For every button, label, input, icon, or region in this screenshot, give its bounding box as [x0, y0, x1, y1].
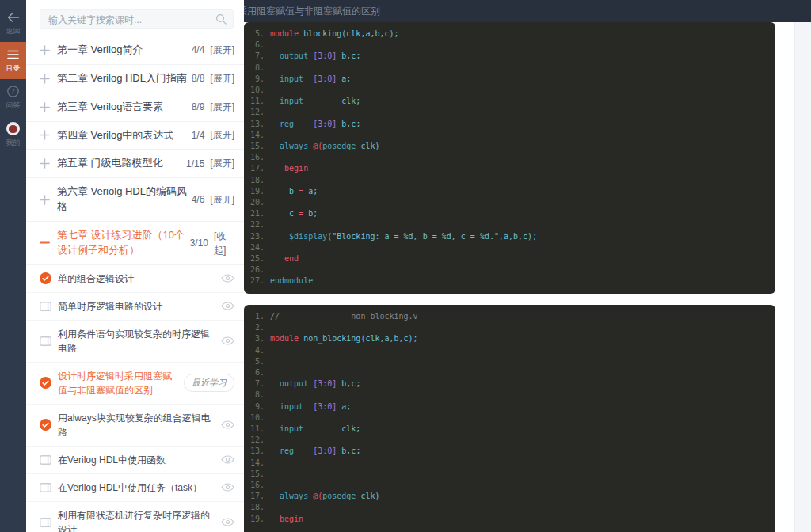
chapter-title: 第七章 设计练习进阶（10个设计例子和分析）: [57, 222, 190, 264]
eye-icon: [221, 483, 234, 492]
preview-eye-button[interactable]: [221, 302, 234, 310]
code-line: 21. c = b;: [244, 208, 775, 219]
chapter-toggle[interactable]: [展开]: [210, 44, 234, 57]
lesson-title: 单的组合逻辑设计: [58, 265, 221, 292]
chapter-row[interactable]: 第四章 Verilog中的表达式1/4[展开]: [26, 122, 244, 150]
line-number: 16.: [244, 152, 265, 163]
line-number: 24.: [244, 242, 265, 253]
code-card-blocking: 5.module blocking(clk,a,b,c);6.7. output…: [244, 22, 775, 294]
code-text: [265, 264, 270, 276]
search-input[interactable]: [40, 10, 234, 29]
lesson-title: 简单时序逻辑电路的设计: [58, 293, 221, 320]
rail-item-qa[interactable]: ?问答: [0, 79, 26, 116]
line-number: 11.: [244, 96, 265, 107]
chapter-row[interactable]: 第七章 设计练习进阶（10个设计例子和分析）3/10[收起]: [26, 222, 244, 265]
video-icon: [40, 455, 51, 465]
line-number: 12.: [244, 435, 265, 446]
lesson-row[interactable]: 在Verilog HDL中使用任务（task）: [26, 474, 244, 502]
lesson-row[interactable]: 在Verilog HDL中使用函数: [26, 446, 244, 474]
chapter-row[interactable]: 第五章 门级电路模型化1/15[展开]: [26, 150, 244, 178]
preview-eye-button[interactable]: [221, 336, 234, 345]
rail-item-catalog[interactable]: 目录: [0, 42, 26, 79]
line-number: 13.: [244, 119, 265, 130]
eye-icon: [221, 518, 234, 526]
line-number: 12.: [244, 107, 265, 118]
chapter-title: 第五章 门级电路模型化: [57, 150, 186, 177]
check-icon: [40, 419, 51, 431]
code-line: 9. input [3:0] a;: [244, 401, 775, 412]
line-number: 1.: [244, 311, 265, 322]
chapter-toggle[interactable]: [展开]: [210, 193, 234, 207]
code-line: 7. output [3:0] b,c;: [244, 378, 775, 390]
lesson-row[interactable]: 利用条件语句实现较复杂的时序逻辑电路: [26, 321, 244, 363]
code-text: [265, 107, 270, 118]
code-line: 5.: [244, 356, 775, 367]
lesson-row[interactable]: 利用有限状态机进行复杂时序逻辑的设计: [26, 502, 244, 532]
line-number: 5.: [244, 356, 265, 367]
code-line: 1.//------------- non_blocking.v -------…: [244, 311, 775, 322]
chapter-toggle[interactable]: [展开]: [210, 157, 234, 170]
chapter-row[interactable]: 第一章 Verilog简介4/4[展开]: [26, 36, 244, 65]
code-text: reg [3:0] b,c;: [265, 446, 360, 457]
video-icon: [40, 336, 51, 346]
code-text: output [3:0] b,c;: [265, 51, 360, 62]
eye-icon: [221, 302, 234, 310]
plus-icon: [40, 74, 50, 84]
chapter-toggle[interactable]: [展开]: [210, 128, 234, 142]
preview-eye-button[interactable]: [221, 518, 234, 526]
code-text: [265, 356, 270, 367]
eye-icon: [221, 455, 234, 464]
minus-icon: [40, 238, 50, 248]
preview-eye-button[interactable]: [221, 483, 234, 492]
plus-icon: [40, 158, 50, 169]
chapter-progress: 8/8: [192, 73, 205, 84]
chapter-title: 第六章 Veriolg HDL的编码风格: [57, 178, 192, 221]
lesson-title: 利用有限状态机进行复杂时序逻辑的设计: [58, 502, 221, 532]
scrollbar-track[interactable]: [794, 22, 811, 532]
code-line: 6.: [244, 40, 775, 51]
check-icon: [40, 272, 51, 284]
code-line: 18.: [244, 175, 775, 186]
menu-icon: [7, 50, 19, 59]
chapter-title: 第二章 Verilog HDL入门指南: [57, 65, 192, 93]
code-line: 8.: [244, 63, 775, 74]
lesson-title: 利用条件语句实现较复杂的时序逻辑电路: [58, 321, 221, 362]
rail-item-back[interactable]: 返回: [0, 5, 26, 42]
chapter-progress: 1/15: [186, 158, 204, 169]
chapter-title: 第一章 Verilog简介: [57, 36, 192, 64]
code-line: 5.module blocking(clk,a,b,c);: [244, 28, 775, 40]
video-icon: [40, 483, 51, 492]
chapter-row[interactable]: 第三章 Verilog语言要素8/9[展开]: [26, 93, 244, 122]
lesson-row[interactable]: 用always块实现较复杂的组合逻辑电路: [26, 405, 244, 446]
chapter-row[interactable]: 第六章 Veriolg HDL的编码风格4/6[展开]: [26, 178, 244, 222]
plus-icon: [40, 195, 50, 205]
code-line: 23. $display("Blocking: a = %d, b = %d, …: [244, 231, 775, 242]
search-icon[interactable]: [215, 13, 227, 28]
code-line: 6.: [244, 367, 775, 378]
line-number: 2.: [244, 322, 265, 333]
lesson-row[interactable]: 单的组合逻辑设计: [26, 265, 244, 293]
chapter-row[interactable]: 第二章 Verilog HDL入门指南8/8[展开]: [26, 65, 244, 93]
code-text: [265, 390, 270, 401]
preview-eye-button[interactable]: [221, 274, 234, 283]
preview-eye-button[interactable]: [221, 455, 234, 464]
code-text: [265, 480, 270, 491]
chapter-toggle[interactable]: [展开]: [210, 72, 234, 86]
line-number: 5.: [244, 28, 265, 40]
code-line: 20.: [244, 197, 775, 208]
line-number: 19.: [244, 514, 265, 525]
lesson-title: 设计时序逻辑时采用阻塞赋值与非阻塞赋值的区别: [58, 363, 181, 404]
line-number: 19.: [244, 186, 265, 197]
code-text: input clk;: [265, 424, 360, 435]
lesson-row[interactable]: 设计时序逻辑时采用阻塞赋值与非阻塞赋值的区别最近学习: [26, 363, 244, 405]
rail-item-mine[interactable]: 我的: [0, 116, 26, 154]
line-number: 15.: [244, 469, 265, 480]
code-text: //------------- non_blocking.v ---------…: [265, 311, 513, 322]
chapter-toggle[interactable]: [收起]: [214, 229, 234, 257]
preview-eye-button[interactable]: [221, 420, 234, 429]
lesson-row[interactable]: 简单时序逻辑电路的设计: [26, 293, 244, 321]
code-text: [265, 152, 270, 163]
chapter-toggle[interactable]: [展开]: [210, 101, 234, 114]
code-text: [265, 40, 270, 51]
code-line: 27.endmodule: [244, 276, 775, 287]
